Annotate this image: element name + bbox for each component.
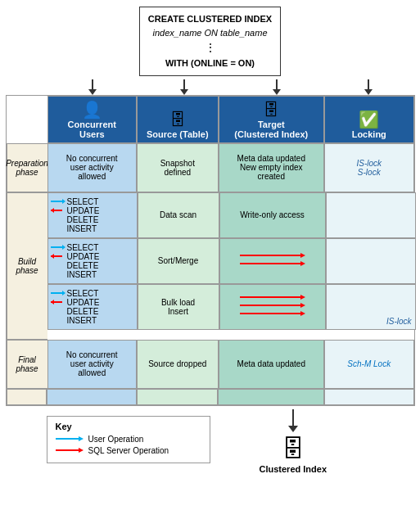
prep-concurrent-cell: No concurrentuser activityallowed	[47, 143, 138, 192]
build-subrow-1: SELECT UPDATE DELETE INSERT Data scan Wr	[47, 192, 416, 238]
cyan-arrow-1	[51, 197, 65, 205]
concurrent-label: ConcurrentUsers	[68, 120, 116, 139]
build-inner: SELECT UPDATE DELETE INSERT Data scan Wr	[47, 192, 416, 340]
build-target-1: Write-only access	[219, 192, 326, 238]
final-phase-label: Finalphase	[7, 340, 47, 389]
svg-marker-1	[62, 199, 65, 204]
key-cyan-label: User Operation	[88, 435, 144, 444]
final-source-cell: Source dropped	[137, 340, 219, 389]
delete-label-2: DELETE	[67, 261, 99, 270]
cyan-arrow-2	[51, 243, 65, 251]
diagram-wrapper: 👤 ConcurrentUsers 🗄 Source (Table) 🗄 Tar…	[6, 95, 415, 406]
svg-marker-5	[62, 245, 65, 250]
key-item-cyan: User Operation	[56, 435, 201, 444]
clustered-index-icon: 🗄	[282, 435, 305, 463]
key-cyan-arrow	[56, 435, 84, 443]
bottom-arrow-tip	[288, 426, 298, 432]
update-op-2: UPDATE	[51, 252, 100, 261]
red-arrow-up-2	[51, 252, 65, 260]
insert-label-1: INSERT	[67, 224, 97, 233]
build-locking-text: IS-lock	[386, 317, 412, 326]
prep-source-text: Snapshotdefined	[160, 159, 195, 177]
header-row: 👤 ConcurrentUsers 🗄 Source (Table) 🗄 Tar…	[7, 96, 414, 143]
prep-source-cell: Snapshotdefined	[137, 143, 219, 192]
bottom-arrow-section: 🗄 Clustered Index	[260, 409, 327, 474]
build-locking-1	[326, 192, 416, 238]
arrow-down-3	[273, 79, 281, 95]
concurrent-icon: 👤	[82, 100, 102, 120]
svg-marker-9	[300, 253, 305, 258]
build-target-3	[219, 284, 326, 330]
build-subrow-2: SELECT UPDATE DELETE INSERT Sort/Merge	[47, 238, 416, 284]
final-locking-cell: Sch-M Lock	[324, 340, 414, 389]
key-section: Key User Operation SQL Server Operation	[47, 416, 210, 463]
prep-concurrent-text: No concurrentuser activityallowed	[66, 154, 118, 181]
arrow-down-1	[88, 79, 97, 95]
svg-marker-13	[62, 291, 65, 296]
select-label-1: SELECT	[67, 197, 99, 206]
cyan-arrow-3	[51, 289, 65, 297]
sql-box: CREATE CLUSTERED INDEX index_name ON tab…	[139, 7, 281, 76]
prep-locking-text: IS-lockS-lock	[356, 159, 382, 177]
bottom-arrow-stem	[292, 409, 294, 426]
final-phase-row: Finalphase No concurrentuser activityall…	[7, 340, 414, 389]
target-arrows-3	[240, 291, 305, 323]
prep-target-text: Meta data updatedNew empty indexcreated	[237, 154, 305, 181]
svg-marker-7	[51, 254, 54, 259]
svg-marker-19	[300, 303, 305, 308]
build-concurrent-2: SELECT UPDATE DELETE INSERT	[47, 238, 138, 284]
arrow-down-4	[364, 79, 373, 95]
update-label-3: UPDATE	[67, 298, 100, 307]
prep-target-cell: Meta data updatedNew empty indexcreated	[219, 143, 324, 192]
bottom-row	[7, 389, 414, 405]
build-target-text-1: Write-only access	[240, 210, 305, 219]
insert-label-3: INSERT	[67, 316, 97, 325]
update-label-2: UPDATE	[67, 252, 100, 261]
build-subrow-3: SELECT UPDATE DELETE INSERT Bulk loadIns…	[47, 284, 416, 330]
prep-phase-text: Preparationphase	[6, 159, 48, 177]
sql-line2: index_name ON table_name	[148, 26, 272, 40]
build-source-text-1: Data scan	[160, 210, 196, 219]
clustered-index-label: Clustered Index	[260, 464, 327, 474]
build-source-text-3: Bulk loadInsert	[161, 298, 195, 316]
svg-marker-17	[300, 295, 305, 300]
key-red-label: SQL Server Operation	[88, 446, 169, 455]
preparation-phase-row: Preparationphase No concurrentuser activ…	[7, 143, 414, 192]
sql-line3: WITH (ONLINE = ON)	[148, 56, 272, 70]
build-concurrent-1: SELECT UPDATE DELETE INSERT	[47, 192, 138, 238]
col-header-locking: ✅ Locking	[324, 96, 414, 143]
select-label-3: SELECT	[67, 289, 99, 298]
final-locking-text: Sch-M Lock	[347, 359, 391, 368]
final-target-text: Meta data updated	[237, 359, 305, 368]
build-source-2: Sort/Merge	[138, 238, 219, 284]
build-locking-3: IS-lock	[326, 284, 416, 330]
col-header-concurrent: 👤 ConcurrentUsers	[47, 96, 138, 143]
final-phase-text: Finalphase	[16, 355, 38, 373]
target-arrows-2	[240, 249, 305, 273]
sql-line1: CREATE CLUSTERED INDEX	[148, 12, 272, 26]
red-arrow-up-3	[51, 298, 65, 306]
target-icon: 🗄	[263, 101, 279, 120]
locking-icon: ✅	[359, 110, 379, 129]
key-item-red: SQL Server Operation	[56, 446, 201, 455]
build-locking-2	[326, 238, 416, 284]
svg-marker-3	[51, 208, 54, 213]
col-header-target: 🗄 Target(Clustered Index)	[219, 96, 324, 143]
delete-label-1: DELETE	[67, 215, 99, 224]
build-source-text-2: Sort/Merge	[158, 256, 198, 265]
update-label-1: UPDATE	[67, 206, 100, 215]
main-container: CREATE CLUSTERED INDEX index_name ON tab…	[0, 0, 420, 481]
final-source-text: Source dropped	[148, 359, 206, 368]
build-phase-text: Buildphase	[16, 257, 38, 275]
final-concurrent-text: No concurrentuser activityallowed	[66, 350, 118, 377]
update-op-3: UPDATE	[51, 298, 100, 307]
top-arrows	[47, 79, 415, 95]
select-op-3: SELECT	[51, 289, 99, 298]
select-op-1: SELECT	[51, 197, 99, 206]
insert-label-2: INSERT	[67, 270, 97, 279]
svg-marker-25	[79, 448, 84, 453]
col-header-source: 🗄 Source (Table)	[137, 96, 219, 143]
build-source-3: Bulk loadInsert	[138, 284, 219, 330]
arrow-down-2	[180, 79, 188, 95]
red-arrow-up-1	[51, 206, 65, 214]
